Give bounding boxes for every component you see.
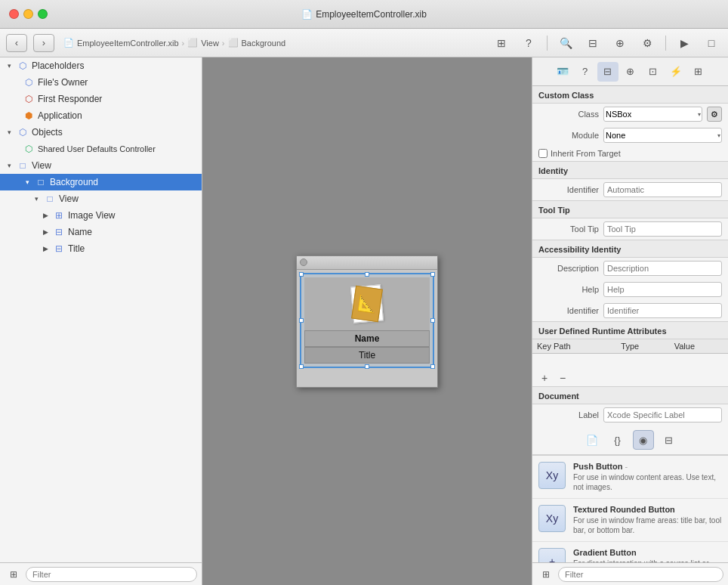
doc-label-input[interactable]: [603, 407, 722, 422]
disclosure-title: ▶: [41, 244, 50, 253]
minimize-button[interactable]: [23, 9, 33, 19]
sidebar-bottom-grid-btn[interactable]: ⊞: [5, 567, 23, 582]
library-item-text-1: Textured Rounded Button For use in windo…: [573, 505, 722, 535]
help-btn[interactable]: ?: [518, 34, 539, 52]
right-filter-input[interactable]: [558, 567, 723, 582]
handle-bl: [299, 364, 304, 369]
maximize-button[interactable]: [38, 9, 48, 19]
xib-image-area: 📐: [304, 277, 430, 330]
attr-table: Key Path Type Value: [532, 339, 728, 354]
size-btn[interactable]: ⊕: [609, 34, 631, 52]
right-grid-btn[interactable]: ⊞: [537, 567, 555, 582]
library-item-title-1: Textured Rounded Button: [573, 505, 722, 514]
identity-inspector-btn[interactable]: ⊞: [491, 34, 512, 52]
breadcrumb-sep2: ›: [222, 39, 225, 48]
sidebar-item-objects[interactable]: ▾ ⬡ Objects: [0, 124, 202, 141]
module-row: Module None ▾: [532, 125, 728, 146]
sidebar-item-first-responder[interactable]: ⬡ First Responder: [0, 91, 202, 107]
right-panel-toolbar: 🪪 ? ⊟ ⊕ ⊡ ⚡ ⊞: [532, 57, 728, 86]
doc-icon-file[interactable]: 📄: [581, 430, 603, 450]
library-items-section: Xy Push Button - For use in window conte…: [532, 456, 728, 562]
acc-description-input[interactable]: [603, 261, 722, 276]
first-responder-icon: ⬡: [23, 93, 35, 105]
breadcrumb-xib[interactable]: EmployeeItemController.xib: [77, 39, 179, 48]
disclosure-objects: ▾: [5, 128, 14, 137]
image-ruler: 📐: [351, 285, 383, 322]
canvas-area: 📐 Name Title: [202, 57, 532, 585]
document-section: Document Label 📄 {} ◉ ⊟: [532, 387, 728, 456]
rt-binding-btn[interactable]: ⊕: [620, 62, 641, 82]
xib-name-text: Name: [355, 333, 380, 344]
effects-btn[interactable]: ⚙: [637, 34, 658, 52]
sidebar-filter-input[interactable]: [26, 567, 197, 582]
acc-identifier-input[interactable]: [603, 303, 722, 318]
handle-tr: [430, 272, 435, 277]
tooltip-input[interactable]: [603, 221, 722, 237]
doc-icon-circle[interactable]: ◉: [633, 430, 654, 450]
module-select[interactable]: None: [603, 128, 722, 143]
class-edit-btn[interactable]: ⚙: [707, 107, 722, 122]
rt-more-btn[interactable]: ⊞: [688, 62, 709, 82]
first-responder-label: First Responder: [38, 94, 102, 104]
placeholders-label: Placeholders: [32, 60, 84, 71]
acc-help-input[interactable]: [603, 282, 722, 297]
module-select-wrapper: None ▾: [603, 128, 722, 143]
disclosure-view: ▾: [5, 161, 14, 170]
rt-effects-btn[interactable]: ⚡: [665, 62, 686, 82]
xib-titlebar: [297, 256, 437, 270]
tooltip-label: Tool Tip: [538, 224, 599, 234]
table-actions: + −: [532, 370, 728, 386]
right-filter-bar: ⊞: [532, 562, 728, 585]
sidebar-item-view-child[interactable]: ▾ □ View: [0, 190, 202, 207]
forward-button[interactable]: ›: [33, 34, 54, 52]
rt-inspector-btn[interactable]: ⊟: [597, 62, 618, 82]
accessibility-title: Accessibility Identity: [532, 240, 728, 258]
rt-help-btn[interactable]: ?: [575, 62, 596, 82]
device-btn[interactable]: □: [701, 34, 722, 52]
doc-icon-grid[interactable]: ⊟: [659, 430, 680, 450]
identifier-input[interactable]: [603, 182, 722, 197]
scheme-btn[interactable]: ▶: [674, 34, 695, 52]
doc-label-label: Label: [538, 410, 599, 419]
sidebar-item-background[interactable]: ▾ □ Background: [0, 174, 202, 190]
sidebar-item-name[interactable]: ▶ ⊟ Name: [0, 224, 202, 240]
placeholders-icon: ⬡: [17, 60, 29, 72]
sidebar-item-title[interactable]: ▶ ⊟ Title: [0, 240, 202, 257]
close-button[interactable]: [9, 9, 19, 19]
traffic-lights: [9, 9, 48, 19]
remove-attr-btn[interactable]: −: [555, 371, 570, 385]
sidebar-item-application[interactable]: ⬢ Application: [0, 107, 202, 124]
class-select[interactable]: NSBox: [603, 107, 702, 122]
add-attr-btn[interactable]: +: [537, 371, 552, 385]
library-item-1: Xy Textured Rounded Button For use in wi…: [532, 499, 728, 542]
acc-identifier-label: Identifier: [538, 306, 599, 315]
view-label: View: [32, 160, 51, 171]
breadcrumb-view[interactable]: View: [201, 39, 219, 48]
back-button[interactable]: ‹: [6, 34, 27, 52]
disclosure-placeholders: ▾: [5, 61, 14, 70]
sidebar-item-placeholders[interactable]: ▾ ⬡ Placeholders: [0, 57, 202, 74]
binding-btn[interactable]: ⊟: [582, 34, 603, 52]
inherit-label: Inherit From Target: [551, 149, 621, 158]
runtime-attrs-section: User Defined Runtime Attributes Key Path…: [532, 322, 728, 387]
main-area: ▾ ⬡ Placeholders ⬡ File's Owner ⬡ First …: [0, 57, 728, 585]
view-child-label: View: [59, 193, 79, 204]
files-owner-icon: ⬡: [23, 76, 35, 88]
sidebar-item-files-owner[interactable]: ⬡ File's Owner: [0, 74, 202, 91]
rt-identity-btn[interactable]: 🪪: [552, 62, 573, 82]
handle-ml: [299, 318, 304, 323]
sidebar-item-image-view[interactable]: ▶ ⊞ Image View: [0, 207, 202, 224]
sidebar-item-shared-user-defaults[interactable]: ⬡ Shared User Defaults Controller: [0, 141, 202, 157]
xib-selected-box[interactable]: 📐 Name Title: [300, 273, 434, 368]
doc-icon-curly[interactable]: {}: [607, 430, 628, 450]
main-toolbar: ‹ › 📄 EmployeeItemController.xib › ⬜ Vie…: [0, 29, 728, 57]
xib-image-icon: 📐: [349, 286, 385, 322]
sidebar-item-view[interactable]: ▾ □ View: [0, 157, 202, 174]
breadcrumb-background[interactable]: Background: [242, 39, 286, 48]
inspector-btn[interactable]: 🔍: [555, 34, 576, 52]
library-item-icon-text-0: Xy: [546, 469, 558, 481]
breadcrumb-sep1: ›: [182, 39, 185, 48]
library-item-2: + Gradient Button For direct interaction…: [532, 542, 728, 562]
inherit-checkbox[interactable]: [538, 149, 548, 158]
rt-size-btn[interactable]: ⊡: [643, 62, 664, 82]
